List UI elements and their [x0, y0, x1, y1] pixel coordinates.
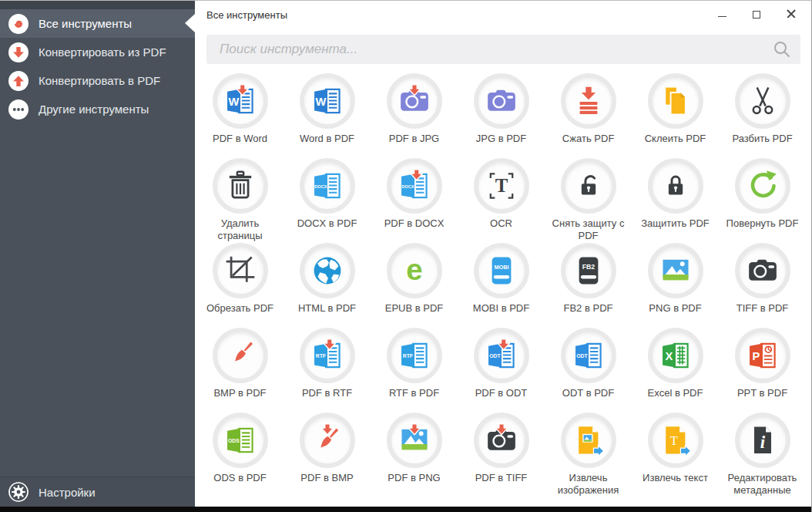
tool-label: PNG в PDF [649, 302, 701, 315]
compress-icon [572, 84, 606, 118]
tool-card[interactable]: PDF в BMP [284, 413, 371, 497]
tool-card[interactable]: PNG в PDF [632, 243, 719, 328]
tool-card[interactable]: Обрезать PDF [196, 243, 284, 328]
tool-label: Извлечь изображения [546, 472, 631, 497]
tool-ring [735, 243, 790, 298]
sidebar-nav: Все инструменты Конвертировать из PDF Ко… [0, 9, 195, 123]
tool-card[interactable]: RTF PDF в RTF [284, 328, 371, 413]
tool-ring [387, 73, 442, 129]
tool-card[interactable]: FB2 FB2 в PDF [545, 243, 632, 328]
tool-ring [648, 158, 703, 214]
tool-ring [561, 413, 616, 468]
tool-label: BMP в PDF [213, 387, 266, 399]
tool-ring: ODT [474, 328, 529, 383]
tool-card[interactable]: MOBI MOBI в PDF [458, 243, 545, 328]
tool-card[interactable]: T Извлечь текст [632, 413, 719, 497]
tool-ring: T [474, 158, 529, 214]
tool-label: Извлечь текст [643, 472, 708, 484]
paintbrush-icon [223, 339, 257, 372]
tool-label: MOBI в PDF [473, 302, 529, 315]
svg-text:T: T [669, 433, 677, 448]
tool-card[interactable]: e EPUB в PDF [371, 243, 458, 328]
minimize-button[interactable] [716, 8, 728, 20]
tool-ring [300, 413, 355, 468]
sidebar-item[interactable]: Все инструменты [0, 9, 195, 38]
tool-card[interactable]: W Word в PDF [284, 73, 371, 158]
tool-card[interactable]: Защитить PDF [632, 158, 719, 243]
tool-card[interactable]: BMP в PDF [196, 328, 284, 413]
arrow-up-circle-icon [8, 71, 29, 91]
sidebar-item[interactable]: Конвертировать в PDF [0, 66, 195, 95]
tool-label: RTF в PDF [389, 387, 439, 399]
extract-text-icon: T [659, 423, 693, 457]
tool-ring [735, 158, 790, 214]
tool-card[interactable]: ODT ODT в PDF [545, 328, 632, 413]
ppt-doc-icon: P [746, 339, 780, 372]
settings-label: Настройки [39, 486, 96, 499]
tool-ring: MOBI [474, 243, 529, 298]
search-icon[interactable] [773, 40, 791, 59]
paintbrush-arrow-icon [310, 423, 344, 457]
tool-label: PDF в BMP [300, 472, 353, 484]
tool-card[interactable]: P PPT в PDF [719, 328, 806, 413]
tool-card[interactable]: X Excel в PDF [632, 328, 719, 413]
tool-card[interactable]: ODS ODS в PDF [196, 413, 284, 497]
tool-ring [213, 158, 268, 214]
tool-label: PPT в PDF [737, 387, 787, 399]
tool-label: DOCX в PDF [297, 217, 357, 230]
sidebar-item-label: Конвертировать в PDF [39, 74, 160, 87]
tool-ring [387, 413, 442, 468]
tool-card[interactable]: DOCX DOCX в PDF [284, 158, 371, 243]
tool-ring [648, 243, 703, 298]
tool-label: Защитить PDF [641, 217, 710, 230]
tool-card[interactable]: T OCR [458, 158, 545, 243]
rotate-icon [746, 169, 780, 203]
window-bottom-edge [0, 507, 811, 512]
tool-card[interactable]: RTF RTF в PDF [371, 328, 458, 413]
excel-doc-icon: X [659, 339, 693, 372]
tool-card[interactable]: ODT PDF в ODT [458, 328, 545, 413]
tool-card[interactable]: HTML в PDF [284, 243, 371, 328]
svg-text:ODT: ODT [576, 353, 588, 359]
sidebar-item-label: Другие инструменты [39, 103, 149, 116]
tool-label: PDF в TIFF [475, 472, 528, 484]
close-button[interactable] [785, 8, 797, 20]
tool-card[interactable]: Снять защиту с PDF [545, 158, 632, 243]
search-input[interactable] [206, 35, 800, 64]
sidebar-item[interactable]: Другие инструменты [0, 95, 195, 123]
ocr-text-icon: T [485, 169, 518, 203]
maximize-button[interactable] [750, 8, 763, 20]
tool-card[interactable]: DOCX PDF в DOCX [371, 158, 458, 243]
tool-card[interactable]: TIFF в PDF [719, 243, 806, 328]
tool-card[interactable]: Повернуть PDF [719, 158, 806, 243]
docx-doc-icon: DOCX [310, 169, 344, 203]
tool-card[interactable]: Склеить PDF [632, 73, 719, 158]
tool-card[interactable]: Разбить PDF [719, 73, 806, 158]
tool-ring [561, 73, 616, 129]
tool-card[interactable]: JPG в PDF [458, 73, 545, 158]
window-controls [716, 8, 804, 20]
tool-card[interactable]: PDF в TIFF [458, 413, 545, 497]
sidebar: Все инструменты Конвертировать из PDF Ко… [0, 1, 195, 507]
image-arrow-icon [398, 423, 431, 457]
tool-card[interactable]: i Редактировать метаданные [719, 413, 806, 497]
tool-label: TIFF в PDF [737, 302, 789, 315]
rtf-doc-arrow-icon: RTF [310, 339, 344, 372]
sidebar-item[interactable]: Конвертировать из PDF [0, 38, 195, 66]
tool-card[interactable]: PDF в JPG [371, 73, 458, 158]
tool-card[interactable]: W PDF в Word [196, 73, 284, 158]
sidebar-item-settings[interactable]: Настройки [0, 477, 195, 507]
svg-text:RTF: RTF [402, 353, 412, 359]
svg-text:W: W [228, 96, 239, 108]
tool-label: Снять защиту с PDF [546, 217, 631, 243]
tool-card[interactable]: Извлечь изображения [545, 413, 632, 497]
svg-text:RTF: RTF [315, 353, 325, 359]
word-doc-icon: W [310, 84, 344, 118]
svg-text:i: i [760, 433, 765, 452]
tool-card[interactable]: Сжать PDF [545, 73, 632, 158]
tool-card[interactable]: Удалить страницы [196, 158, 284, 243]
svg-text:e: e [406, 254, 422, 286]
tool-label: Excel в PDF [648, 387, 703, 399]
tool-card[interactable]: PDF в PNG [371, 413, 458, 497]
maximize-icon [753, 11, 760, 19]
